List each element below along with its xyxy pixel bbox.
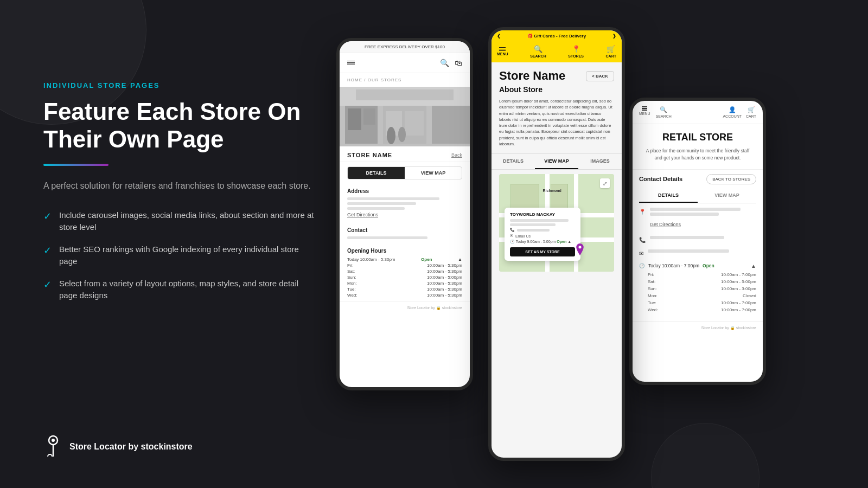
svg-point-15 [398,127,406,142]
p2-promo-arrow-right[interactable]: ❯ [612,34,616,38]
feature-text-1: Include carousel images, social media li… [59,209,315,234]
p2-nav-stores[interactable]: 📍 STORES [568,45,584,58]
p1-mon-time: 10:00am - 5:30pm [427,281,462,286]
p1-fri-hours: Fri: 10:00am - 5:30pm [347,263,462,268]
p2-promo-arrow-left[interactable]: ❮ [497,34,501,38]
p2-email-icon: ✉ [510,234,513,238]
p1-tab-details[interactable]: DETAILS [348,167,405,179]
feature-item-3: ✓ Select from a variety of layout option… [43,278,315,302]
p3-today-time: Today 10:00am - 7:00pm [648,263,699,268]
p1-directions-link[interactable]: Get Directions [347,212,462,217]
p3-menu-label: MENU [639,112,650,115]
description: A perfect solution for retailers and fra… [43,179,315,193]
p3-phone-lines [650,236,756,241]
p1-breadcrumb: HOME / OUR STORES [340,73,470,87]
p2-popup-line-2 [510,223,556,226]
p3-nav-group-left: MENU 🔍 SEARCH [639,106,672,118]
p3-chevron-up[interactable]: ▲ [751,263,756,269]
p1-menu-icon[interactable] [347,61,355,66]
p1-footer: Store Locator by 🔒 stockinstore [340,301,470,314]
p1-sun-hours: Sun: 10:00am - 5:00pm [347,275,462,280]
svg-rect-10 [405,111,424,136]
p1-sat-label: Sat: [347,269,355,274]
p2-back-btn[interactable]: < BACK [586,71,614,81]
p1-wed-hours: Wed: 10:00am - 5:30pm [347,293,462,298]
p3-sun-row: Sun: 10:00am - 3:00pm [639,285,756,292]
svg-rect-13 [356,89,454,100]
p1-mon-label: Mon: [347,281,357,286]
p3-phone-line [650,236,724,239]
p3-address-row: 📍 [633,203,763,220]
p1-back-link[interactable]: Back [451,152,462,158]
p1-tue-label: Tue: [347,287,356,292]
p3-email-line [648,249,729,253]
p1-mon-hours: Mon: 10:00am - 5:30pm [347,281,462,286]
p3-tagline: A place for the community to meet the fr… [633,147,763,169]
p2-popup-email[interactable]: ✉ Email Us [510,234,575,238]
p2-nav-menu[interactable]: MENU [497,47,508,56]
p3-nav-cart[interactable]: 🛒 CART [746,106,756,118]
p2-popup-phone: 📞 [510,228,575,232]
p3-address-lines [650,208,756,217]
svg-point-1 [52,439,55,442]
p2-cart-label: CART [606,54,616,58]
p2-nav-search[interactable]: 🔍 SEARCH [530,45,546,58]
p3-tue-row: Tue: 10:00am - 7:00pm [639,299,756,306]
p3-header: MENU 🔍 SEARCH 👤 ACCOUNT 🛒 CART [633,101,763,124]
p3-fri-row: Fri: 10:00am - 7:00pm [639,271,756,278]
p2-map-block-1 [510,184,539,208]
p2-map-block-2 [551,184,568,208]
feature-text-2: Better SEO rankings with Google indexing… [59,243,315,268]
p2-popup-line-1 [510,219,569,222]
p3-footer: Store Locator by 🔒 stockinstore [633,321,763,335]
p3-nav-menu[interactable]: MENU [639,106,650,118]
p2-tab-map[interactable]: VIEW MAP [535,154,578,169]
p1-address-section: Address Get Directions [340,184,470,223]
p3-tue-time: 10:00am - 7:00pm [721,300,756,305]
p2-promo-text: 🎁 Gift Cards - Free Delivery [527,34,586,38]
p2-stores-label: STORES [568,54,584,58]
p2-phone-icon: 📞 [510,228,515,232]
check-icon-1: ✓ [43,210,52,222]
p3-directions-link[interactable]: Get Directions [633,220,763,232]
svg-rect-7 [363,108,375,125]
p2-tab-details[interactable]: DETAILS [492,154,535,169]
p3-back-to-stores-btn[interactable]: BACK TO STORES [706,174,756,184]
p3-fri-time: 10:00am - 7:00pm [721,272,756,277]
p3-nav-search[interactable]: 🔍 SEARCH [656,106,672,118]
p1-tab-map[interactable]: VIEW MAP [405,167,462,179]
p2-map-location-label: Richmond [543,189,561,192]
p2-nav-cart[interactable]: 🛒 CART [606,45,616,58]
p1-hours-title: Opening Hours [347,248,462,254]
p1-promo-banner: FREE EXPRESS DELIVERY OVER $100 [340,41,470,53]
p3-tab-details[interactable]: DETAILS [639,189,698,203]
p3-location-icon: 📍 [639,209,646,215]
p2-tab-images[interactable]: IMAGES [578,154,622,169]
p2-store-name: Store Name [499,69,565,83]
p3-tabs: DETAILS VIEW MAP [639,189,756,203]
p2-store-header: Store Name < BACK [492,62,622,85]
p3-tab-map[interactable]: VIEW MAP [698,189,756,203]
p3-address-line-1 [650,208,741,211]
p3-email-lines [648,249,756,254]
p2-popup-hours: 🕐 Today 9:00am - 5:00pm Open ▲ [510,240,575,244]
p3-sat-row: Sat: 10:00am - 5:00pm [639,278,756,285]
svg-point-14 [387,127,395,144]
p1-cart-icon[interactable]: 🛍 [455,59,462,67]
p3-mon-row: Mon: Closed [639,292,756,299]
p1-sat-hours: Sat: 10:00am - 5:30pm [347,269,462,274]
p1-sat-time: 10:00am - 5:30pm [427,269,462,274]
p3-nav-account[interactable]: 👤 ACCOUNT [723,106,742,118]
p1-store-info: STORE NAME Back [340,146,470,162]
p2-set-my-store-btn[interactable]: SET AS MY STORE [510,247,575,256]
p1-today-hours: Today 10:00am - 5:30pm Open ▲ [347,257,462,262]
p1-fri-time: 10:00am - 5:30pm [427,263,462,268]
p2-about-text: Lorem ipsum dolor sit amet, consectetur … [492,98,622,153]
p2-map-expand-icon[interactable]: ⤢ [600,178,610,188]
svg-point-16 [578,246,581,248]
feature-text-3: Select from a variety of layout options,… [59,278,315,302]
p2-email-text: Email Us [515,234,531,238]
p1-search-icon[interactable]: 🔍 [440,59,449,67]
p1-contact-title: Contact [347,227,462,233]
p3-clock-icon: 🕐 [639,263,645,268]
